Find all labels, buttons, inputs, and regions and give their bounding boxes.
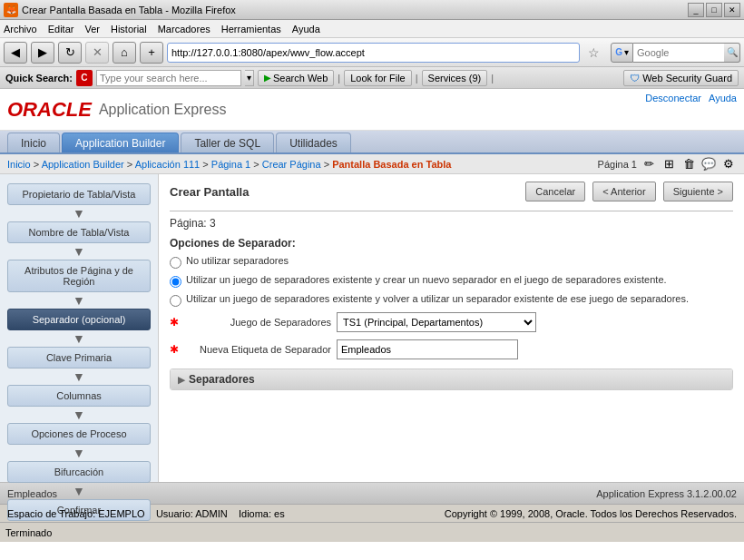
sidebar: Propietario de Tabla/Vista ▼ Nombre de T… [0, 174, 159, 482]
forward-button[interactable]: ▶ [31, 42, 54, 64]
breadcrumb-app-builder[interactable]: Application Builder [42, 159, 124, 170]
play-icon: ▶ [264, 73, 271, 83]
quicksearch-input[interactable] [96, 70, 241, 86]
sidebar-item-separador[interactable]: Separador (opcional) [7, 309, 151, 330]
breadcrumb-pagina1[interactable]: Página 1 [211, 159, 250, 170]
panel-title: Crear Pantalla [170, 185, 518, 199]
browser-toolbar: ◀ ▶ ↻ ✕ ⌂ + ☆ G ▾ 🔍 [0, 38, 744, 67]
tab-utilidades[interactable]: Utilidades [276, 133, 351, 152]
breadcrumb-crear-pagina[interactable]: Crear Página [262, 159, 321, 170]
search-engine-button[interactable]: G ▾ [611, 43, 633, 63]
breadcrumb-app111[interactable]: Aplicación 111 [135, 159, 201, 170]
juego-separadores-row: ✱ Juego de Separadores TS1 (Principal, D… [170, 312, 733, 332]
menu-ayuda[interactable]: Ayuda [292, 24, 320, 34]
sidebar-item-columnas[interactable]: Columnas [7, 385, 151, 407]
menu-historial[interactable]: Historial [111, 24, 147, 34]
tab-taller-sql[interactable]: Taller de SQL [181, 133, 274, 152]
menu-herramientas[interactable]: Herramientas [221, 24, 281, 34]
apex-title: Application Express [99, 102, 227, 118]
arrow-2: ▼ [0, 294, 158, 307]
menu-marcadores[interactable]: Marcadores [158, 24, 210, 34]
desconectar-link[interactable]: Desconectar [645, 93, 701, 103]
separadores-header[interactable]: ▶ Separadores [171, 369, 732, 389]
copy-icon-button[interactable]: ⊞ [661, 156, 677, 172]
shield-icon: 🛡 [630, 73, 640, 84]
required-star-2: ✱ [170, 343, 179, 356]
cancelar-button[interactable]: Cancelar [525, 182, 585, 201]
arrow-0: ▼ [0, 207, 158, 220]
radio-no-separadores[interactable] [170, 257, 181, 269]
separadores-title: Separadores [189, 373, 255, 386]
sidebar-item-bifurcacion[interactable]: Bifurcación [7, 461, 151, 483]
separadores-section: ▶ Separadores [170, 368, 733, 390]
quicksearch-dropdown[interactable]: ▾ [245, 70, 254, 86]
radio-option-3: Utilizar un juego de separadores existen… [170, 293, 733, 307]
new-tab-button[interactable]: + [140, 42, 163, 64]
radio-option-1: No utilizar separadores [170, 255, 733, 269]
juego-separadores-select[interactable]: TS1 (Principal, Departamentos) [337, 312, 536, 332]
etiqueta-label: Nueva Etiqueta de Separador [186, 344, 331, 355]
bookmark-star-button[interactable]: ☆ [583, 43, 603, 63]
siguiente-button[interactable]: Siguiente > [663, 182, 733, 201]
radio-option-2: Utilizar un juego de separadores existen… [170, 274, 733, 288]
breadcrumb-bar: Inicio > Application Builder > Aplicació… [0, 154, 744, 174]
close-button[interactable]: ✕ [724, 3, 740, 17]
opciones-label: Opciones de Separador: [170, 237, 733, 250]
edit-icon-button[interactable]: ✏ [641, 156, 657, 172]
breadcrumb-current: Pantalla Basada en Tabla [332, 159, 451, 170]
arrow-3: ▼ [0, 332, 158, 345]
radio-reutilizar-separador[interactable] [170, 295, 181, 307]
settings-icon-button[interactable]: ⚙ [720, 156, 737, 172]
arrow-6: ▼ [0, 447, 158, 459]
breadcrumb-inicio[interactable]: Inicio [7, 159, 31, 170]
menu-archivo[interactable]: Archivo [4, 24, 37, 34]
tab-application-builder[interactable]: Application Builder [62, 133, 179, 152]
juego-label: Juego de Separadores [186, 317, 331, 328]
oracle-logo: ORACLE Application Express [7, 98, 226, 122]
main-content: Propietario de Tabla/Vista ▼ Nombre de T… [0, 174, 744, 482]
page-label: Página 1 [598, 159, 637, 170]
minimize-button[interactable]: _ [688, 3, 704, 17]
services-button[interactable]: Services (9) [422, 70, 488, 86]
radio-crear-separador[interactable] [170, 276, 181, 288]
sidebar-item-nombre-tabla[interactable]: Nombre de Tabla/Vista [7, 221, 151, 243]
stop-button[interactable]: ✕ [85, 42, 109, 64]
search-web-button[interactable]: ▶ Search Web [258, 70, 334, 86]
comment-icon-button[interactable]: 💬 [700, 156, 717, 172]
arrow-5: ▼ [0, 408, 158, 421]
breadcrumb: Inicio > Application Builder > Aplicació… [7, 159, 451, 170]
home-button[interactable]: ⌂ [113, 42, 136, 64]
sidebar-item-opciones-proceso[interactable]: Opciones de Proceso [7, 423, 151, 445]
etiqueta-separador-row: ✱ Nueva Etiqueta de Separador [170, 339, 733, 359]
done-text: Terminado [5, 527, 52, 538]
page-number: Página: 3 [170, 217, 733, 230]
menu-ver[interactable]: Ver [84, 24, 100, 34]
maximize-button[interactable]: □ [706, 3, 722, 17]
window-controls[interactable]: _ □ ✕ [688, 3, 740, 17]
menu-editar[interactable]: Editar [48, 24, 74, 34]
back-button[interactable]: ◀ [4, 42, 27, 64]
arrow-4: ▼ [0, 370, 158, 383]
reload-button[interactable]: ↻ [58, 42, 82, 64]
right-panel: Crear Pantalla Cancelar < Anterior Sigui… [159, 174, 744, 482]
sidebar-item-clave-primaria[interactable]: Clave Primaria [7, 347, 151, 368]
delete-icon-button[interactable]: 🗑 [680, 156, 697, 172]
quicksearch-bar: Quick Search: C ▾ ▶ Search Web | Look fo… [0, 67, 744, 89]
menubar: Archivo Editar Ver Historial Marcadores … [0, 20, 744, 38]
address-bar[interactable] [167, 43, 580, 63]
divider [170, 211, 733, 211]
required-star-1: ✱ [170, 316, 179, 329]
quicksearch-icon: C [76, 70, 93, 86]
etiqueta-input[interactable] [337, 339, 518, 359]
look-for-file-button[interactable]: Look for File [344, 70, 412, 86]
sidebar-item-propietario[interactable]: Propietario de Tabla/Vista [7, 183, 151, 205]
search-go-button[interactable]: 🔍 [724, 43, 740, 63]
ayuda-link[interactable]: Ayuda [709, 93, 737, 103]
anterior-button[interactable]: < Anterior [592, 182, 655, 201]
browser-search-input[interactable] [633, 43, 724, 63]
page-label-area: Página 1 ✏ ⊞ 🗑 💬 ⚙ [598, 156, 737, 172]
sidebar-item-atributos[interactable]: Atributos de Página y de Región [7, 260, 151, 292]
tab-inicio[interactable]: Inicio [7, 133, 60, 152]
copyright-text: Copyright © 1999, 2008, Oracle. Todos lo… [445, 508, 737, 519]
web-security-guard-button[interactable]: 🛡 Web Security Guard [623, 70, 739, 86]
